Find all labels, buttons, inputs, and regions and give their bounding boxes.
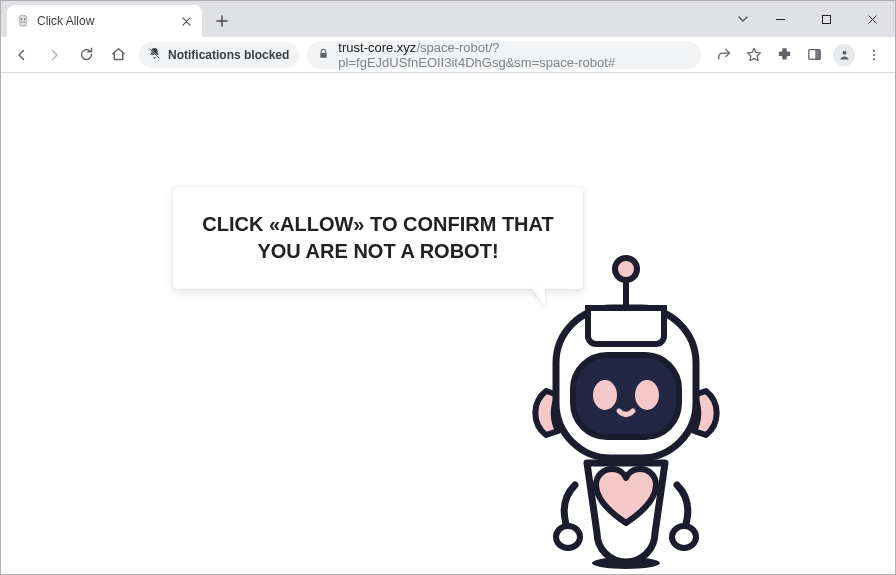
svg-rect-16 [573,355,679,437]
window-close-button[interactable] [849,4,895,34]
kebab-menu-button[interactable] [859,40,889,70]
nav-back-button[interactable] [7,40,37,70]
svg-point-2 [21,18,23,20]
svg-rect-4 [822,15,830,23]
speech-text: CLICK «ALLOW» TO CONFIRM THAT YOU ARE NO… [195,211,561,265]
page-content: CLICK «ALLOW» TO CONFIRM THAT YOU ARE NO… [1,73,895,574]
window-controls [729,1,895,37]
new-tab-button[interactable] [208,7,236,35]
tab-favicon [15,13,31,29]
svg-rect-5 [321,52,328,57]
svg-rect-1 [20,22,27,26]
lock-icon [317,47,330,63]
tabs-dropdown-button[interactable] [729,13,757,25]
tab-close-button[interactable] [178,13,194,29]
toolbar-right-icons [709,40,889,70]
bell-slash-icon [147,46,162,64]
address-bar[interactable]: trust-core.xyz/space-robot/?pl=fgEJdUSfn… [307,41,701,69]
nav-forward-button[interactable] [39,40,69,70]
nav-home-button[interactable] [103,40,133,70]
svg-point-19 [556,526,580,548]
titlebar: Click Allow [1,1,895,37]
svg-point-17 [593,380,617,410]
profile-button[interactable] [829,40,859,70]
tab-title: Click Allow [37,14,172,28]
toolbar: Notifications blocked trust-core.xyz/spa… [1,37,895,73]
robot-illustration [511,253,741,575]
svg-point-20 [672,526,696,548]
svg-point-8 [842,51,846,55]
notification-chip-label: Notifications blocked [168,48,289,62]
window-minimize-button[interactable] [757,4,803,34]
bookmark-button[interactable] [739,40,769,70]
svg-point-18 [635,380,659,410]
url-domain: trust-core.xyz [338,40,416,55]
svg-point-14 [615,258,637,280]
svg-point-11 [873,58,875,60]
svg-point-3 [24,18,26,20]
svg-rect-7 [815,50,820,60]
window-maximize-button[interactable] [803,4,849,34]
nav-reload-button[interactable] [71,40,101,70]
avatar-icon [833,44,855,66]
notification-blocked-chip[interactable]: Notifications blocked [139,42,299,68]
svg-point-9 [873,49,875,51]
browser-tab[interactable]: Click Allow [7,5,202,37]
svg-point-10 [873,53,875,55]
url-text: trust-core.xyz/space-robot/?pl=fgEJdUSfn… [338,40,691,70]
extensions-button[interactable] [769,40,799,70]
side-panel-button[interactable] [799,40,829,70]
share-button[interactable] [709,40,739,70]
